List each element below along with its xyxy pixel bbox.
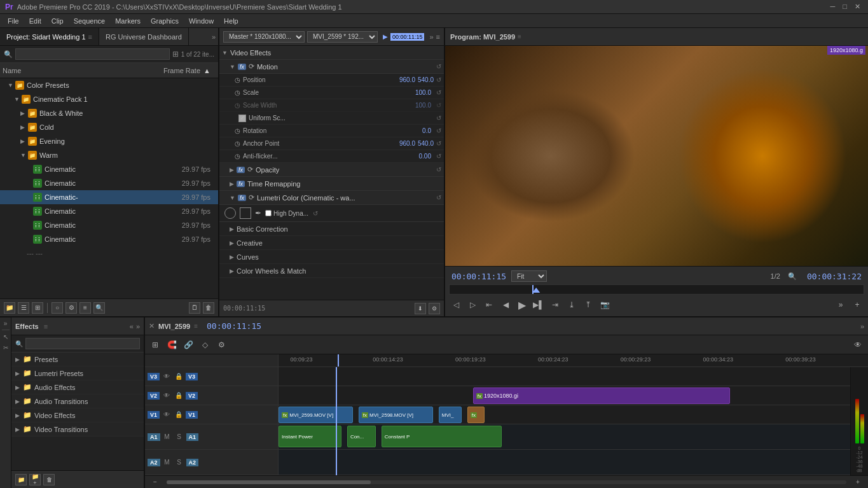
scale-reset-btn[interactable]: ↺ bbox=[436, 89, 441, 96]
track-row-v2[interactable]: fx 1920x1080.gi bbox=[279, 386, 850, 405]
tree-item-evening[interactable]: ▶ 📁 Evening bbox=[0, 134, 218, 148]
track-label-a1[interactable]: A1 bbox=[148, 433, 160, 441]
menu-file[interactable]: File bbox=[3, 16, 24, 26]
opacity-header[interactable]: ▶ fx ⟳ Opacity ↺ bbox=[219, 163, 444, 177]
tree-item-cinematic-1[interactable]: ⫶⫶ Cinematic 29.97 fps bbox=[0, 162, 218, 176]
prop-stopwatch-icon[interactable]: ◷ bbox=[235, 76, 240, 83]
new-item-btn[interactable]: 🗒 bbox=[189, 302, 200, 314]
menu-edit[interactable]: Edit bbox=[24, 16, 46, 26]
clip-a1-2[interactable]: Con... bbox=[347, 426, 376, 447]
clip-v1-3[interactable]: MVI_ bbox=[439, 407, 462, 423]
free-speech-btn[interactable]: ○ bbox=[52, 302, 63, 314]
timeline-expand-btn[interactable]: » bbox=[860, 323, 864, 330]
ec-export-btn[interactable]: ⬇ bbox=[415, 303, 426, 314]
uniform-scale-reset-btn[interactable]: ↺ bbox=[436, 115, 441, 122]
tab-rg-universe[interactable]: RG Universe Dashboard bbox=[99, 28, 189, 45]
clip-v2-fx[interactable]: fx 1920x1080.gi bbox=[473, 387, 731, 404]
zoom-out-btn[interactable]: − bbox=[149, 476, 162, 489]
prop-anchor-v2[interactable]: 540.0 bbox=[418, 140, 434, 147]
anti-flicker-reset-btn[interactable]: ↺ bbox=[436, 153, 441, 160]
lumetri-circle-tool[interactable] bbox=[224, 207, 236, 219]
prop-position-v2[interactable]: 540.0 bbox=[418, 76, 434, 83]
track-eye-v2[interactable]: 👁 bbox=[162, 391, 172, 401]
project-search-input[interactable] bbox=[15, 48, 170, 60]
effects-more-btn[interactable]: » bbox=[136, 323, 140, 330]
clip-a1-3[interactable]: Constant P bbox=[382, 426, 502, 447]
mark-in-btn[interactable]: ◁ bbox=[449, 298, 463, 312]
audio-transitions-category[interactable]: ▶ 📁 Audio Transitions bbox=[11, 394, 144, 408]
clip-v1-1[interactable]: fx MVI_2599.MOV [V] bbox=[279, 407, 353, 423]
clip-v1-2[interactable]: fx MVI_2598.MOV [V] bbox=[359, 407, 433, 423]
prop-scale-v1[interactable]: 100.0 bbox=[415, 89, 431, 96]
tree-item-cold[interactable]: ▶ 📁 Cold bbox=[0, 120, 218, 134]
track-label-a2[interactable]: A2 bbox=[148, 459, 160, 466]
maximize-btn[interactable]: □ bbox=[843, 3, 847, 11]
tree-item-cinematic-4[interactable]: ⫶⫶ Cinematic 29.97 fps bbox=[0, 204, 218, 218]
mark-out-btn[interactable]: ▷ bbox=[465, 298, 479, 312]
track-mute-a2[interactable]: M bbox=[162, 457, 172, 468]
close-btn[interactable]: ✕ bbox=[855, 3, 860, 11]
timeline-timecode[interactable]: 00:00:11:15 bbox=[207, 321, 261, 331]
prop-stopwatch-icon[interactable]: ◷ bbox=[235, 127, 240, 134]
timeline-close-btn[interactable]: ✕ bbox=[149, 322, 155, 330]
track-lock-v1[interactable]: 🔒 bbox=[174, 410, 184, 420]
panel-expand-btn[interactable]: » bbox=[429, 33, 433, 41]
track-lock-v3[interactable]: 🔒 bbox=[174, 372, 184, 382]
find-btn[interactable]: 🔍 bbox=[93, 302, 105, 314]
track-target-v2[interactable]: V2 bbox=[186, 392, 198, 400]
tree-item-warm[interactable]: ▼ 📁 Warm bbox=[0, 148, 218, 162]
tree-item-cinematic-6[interactable]: ⫶⫶ Cinematic 29.97 fps bbox=[0, 232, 218, 246]
presets-category[interactable]: ▶ 📁 Presets bbox=[11, 352, 144, 366]
track-label-v1[interactable]: V1 bbox=[148, 411, 160, 419]
timecode-out-display[interactable]: 00:00:31:22 bbox=[807, 272, 862, 281]
ec-settings-btn[interactable]: ⚙ bbox=[429, 303, 440, 314]
prop-rotation-v1[interactable]: 0.0 bbox=[422, 127, 431, 134]
project-icon-btn[interactable]: ⊞ bbox=[172, 50, 179, 59]
anchor-reset-btn[interactable]: ↺ bbox=[436, 140, 441, 147]
timeline-ruler[interactable]: 00:09:23 00:00:14:23 00:00:19:23 00:00:2… bbox=[279, 354, 868, 366]
new-effect-bin-btn[interactable]: 📁+ bbox=[29, 474, 41, 485]
settings-btn[interactable]: ⚙ bbox=[65, 302, 77, 314]
timeline-menu-icon[interactable]: ≡ bbox=[194, 323, 198, 330]
clip-a1-1[interactable]: Instant Power bbox=[279, 426, 341, 447]
go-out-btn[interactable]: ⇥ bbox=[548, 298, 562, 312]
tree-item-cinematic-pack[interactable]: ▼ 📁 Cinematic Pack 1 bbox=[0, 92, 218, 106]
new-preset-btn[interactable]: 📁 bbox=[15, 474, 27, 485]
tree-item-cinematic-3[interactable]: ⫶⫶ Cinematic- 29.97 fps bbox=[0, 190, 218, 204]
tracks-area[interactable]: fx 1920x1080.gi fx MVI_2599.MOV [V] bbox=[279, 367, 850, 475]
track-row-a1[interactable]: Instant Power Con... Constant P bbox=[279, 424, 850, 450]
tree-item-cinematic-5[interactable]: ⫶⫶ Cinematic 29.97 fps bbox=[0, 218, 218, 232]
step-back-btn[interactable]: ◀ bbox=[499, 298, 513, 312]
panel-menu-btn[interactable]: ≡ bbox=[436, 33, 440, 41]
track-row-v1[interactable]: fx MVI_2599.MOV [V] fx MVI_2598.MOV [V] … bbox=[279, 405, 850, 424]
motion-header[interactable]: ▼ fx ⟳ Motion ↺ bbox=[219, 60, 444, 74]
monitor-menu-icon[interactable]: ≡ bbox=[518, 33, 521, 40]
uniform-scale-checkbox[interactable]: ✓ bbox=[238, 115, 246, 122]
track-target-v3[interactable]: V3 bbox=[186, 373, 198, 380]
razor-tool-btn[interactable]: ✂ bbox=[1, 343, 10, 352]
more-controls-btn[interactable]: » bbox=[834, 298, 848, 312]
lumetri-header[interactable]: ▼ fx ⟳ Lumetri Color (Cinematic - wa... … bbox=[219, 191, 444, 205]
selection-tool-btn[interactable]: ↖ bbox=[1, 332, 10, 341]
lumetri-presets-category[interactable]: ▶ 📁 Lumetri Presets bbox=[11, 366, 144, 380]
tab-project[interactable]: Project: Sidart Wedding 1 ≡ bbox=[0, 28, 99, 45]
motion-reset-btn[interactable]: ↺ bbox=[436, 63, 441, 70]
effects-menu-icon[interactable]: ≡ bbox=[44, 323, 48, 330]
menu-help[interactable]: Help bbox=[219, 16, 244, 26]
position-reset-btn[interactable]: ↺ bbox=[436, 76, 441, 83]
lumetri-pen-tool[interactable]: ✒ bbox=[255, 209, 261, 218]
timeline-snap-btn[interactable]: 🧲 bbox=[165, 338, 178, 351]
menu-clip[interactable]: Clip bbox=[46, 16, 69, 26]
track-mute-a1[interactable]: M bbox=[162, 432, 172, 442]
high-dynamic-checkbox[interactable] bbox=[265, 210, 272, 216]
delete-effect-btn[interactable]: 🗑 bbox=[43, 474, 55, 485]
audio-effects-category[interactable]: ▶ 📁 Audio Effects bbox=[11, 380, 144, 394]
new-bin-btn[interactable]: 📁 bbox=[4, 302, 15, 314]
curves-section[interactable]: ▶ Curves bbox=[219, 250, 444, 264]
rotation-reset-btn[interactable]: ↺ bbox=[436, 127, 441, 134]
timeline-settings-btn[interactable]: ⚙ bbox=[215, 338, 228, 351]
timecode-in-display[interactable]: 00:00:11:15 bbox=[451, 272, 506, 281]
tree-item-bw[interactable]: ▶ 📁 Black & White bbox=[0, 106, 218, 120]
menu-markers[interactable]: Markers bbox=[110, 16, 146, 26]
menu-graphics[interactable]: Graphics bbox=[146, 16, 184, 26]
